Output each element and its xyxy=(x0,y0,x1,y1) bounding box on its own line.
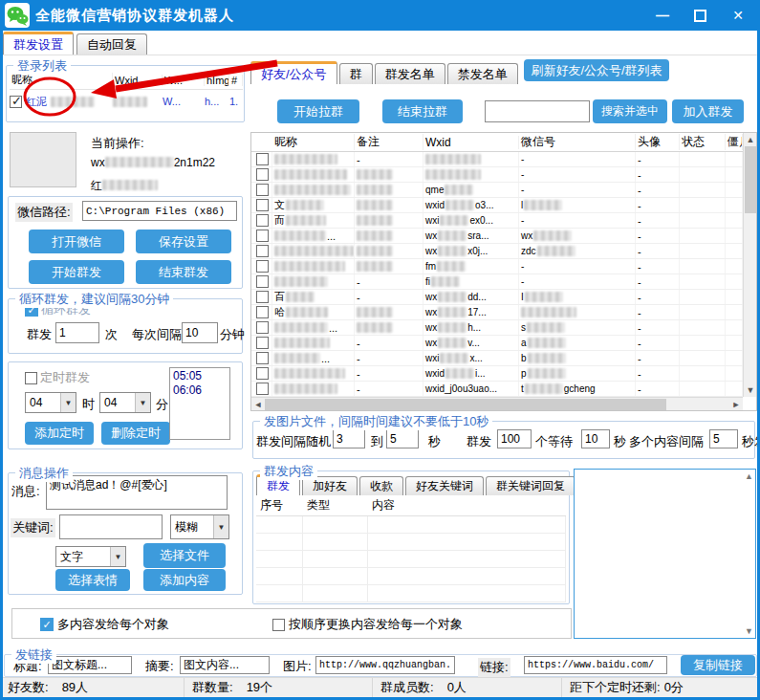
horizontal-scroll-thumb[interactable] xyxy=(265,399,666,410)
wechat-path-input[interactable]: C:\Program Files (x86) xyxy=(82,201,237,221)
refresh-lists-button[interactable]: 刷新好友/公众号/群列表 xyxy=(524,59,669,81)
friend-row-checkbox[interactable] xyxy=(256,184,269,196)
vertical-scrollbar[interactable]: ▲ ▼ xyxy=(743,133,756,397)
minimize-button[interactable]: — xyxy=(654,7,671,24)
minute-select[interactable]: 04▼ xyxy=(99,392,151,413)
preview-scroll-up-icon[interactable]: ▲ xyxy=(745,471,753,481)
close-button[interactable]: ✕ xyxy=(729,7,747,24)
friend-table-row[interactable]: fm-- xyxy=(251,259,743,274)
friend-row-checkbox[interactable] xyxy=(256,153,269,165)
friend-tab-1[interactable]: 群 xyxy=(339,63,373,84)
friend-row-checkbox[interactable] xyxy=(256,352,269,364)
friend-row-checkbox[interactable] xyxy=(256,383,269,395)
maximize-button[interactable] xyxy=(694,10,706,22)
wait-seconds-input[interactable]: 10 xyxy=(581,429,610,448)
friend-table-row[interactable]: ...wxh...s- xyxy=(251,320,743,336)
friend-table-row[interactable]: ...-wxix...b- xyxy=(251,351,743,366)
hour-select[interactable]: 04▼ xyxy=(25,392,76,413)
add-timer-button[interactable]: 添加定时 xyxy=(25,422,94,445)
message-textarea[interactable]: 测试消息ad！@#[爱心] xyxy=(46,475,228,510)
multi-content-interval-input[interactable]: 5 xyxy=(709,429,738,448)
scroll-up-icon[interactable]: ▲ xyxy=(744,133,757,146)
scroll-left-icon[interactable]: ◄ xyxy=(251,398,265,411)
keyword-input[interactable] xyxy=(59,514,163,539)
friend-table-row[interactable]: -fi-- xyxy=(251,274,743,290)
link-image-input[interactable]: http://www.qqzhuangban. xyxy=(315,656,455,674)
interval-input[interactable]: 10 xyxy=(182,322,218,343)
sequential-checkbox[interactable] xyxy=(272,619,285,631)
friend-table-row[interactable]: qme-- xyxy=(251,183,743,198)
friend-table-row[interactable]: 而wxiex0...-- xyxy=(251,213,743,229)
tab-auto-reply[interactable]: 自动回复 xyxy=(76,33,147,55)
start-pull-group-button[interactable]: 开始拉群 xyxy=(277,99,359,123)
select-file-button[interactable]: 选择文件 xyxy=(143,543,226,568)
delete-timer-button[interactable]: 删除定时 xyxy=(101,422,170,445)
friend-row-checkbox[interactable] xyxy=(256,168,269,181)
friend-table-row[interactable]: --- xyxy=(251,152,743,167)
friend-row-checkbox[interactable] xyxy=(256,214,269,227)
login-row-checkbox[interactable] xyxy=(10,96,22,108)
timer-list[interactable]: 05:0506:06 xyxy=(169,367,230,440)
friend-table-row[interactable]: 文wxido3...l- xyxy=(251,198,743,213)
content-tab-4[interactable]: 群关键词回复 xyxy=(486,476,575,495)
content-preview-box[interactable]: ▲ ▼ xyxy=(574,469,756,639)
friend-row-checkbox[interactable] xyxy=(256,291,269,303)
search-select-button[interactable]: 搜索并选中 xyxy=(593,99,667,123)
friend-table-row[interactable]: 百-wxdd...I- xyxy=(251,290,743,305)
friend-row-checkbox[interactable] xyxy=(256,367,269,380)
friend-table-row[interactable]: -wxid_j0ou3uao...tgcheng- xyxy=(251,382,743,397)
timer-list-item[interactable]: 06:06 xyxy=(173,383,227,398)
match-mode-arrow-icon[interactable]: ▼ xyxy=(213,515,228,538)
send-count-input[interactable]: 1 xyxy=(55,322,99,343)
save-settings-button[interactable]: 保存设置 xyxy=(136,230,231,253)
link-title-input[interactable]: 图文标题... xyxy=(48,656,132,674)
add-to-send-button[interactable]: 加入群发 xyxy=(672,99,744,123)
tab-mass-send-settings[interactable]: 群发设置 xyxy=(3,32,74,55)
friend-row-checkbox[interactable] xyxy=(256,260,269,273)
vertical-scroll-thumb[interactable] xyxy=(745,146,756,213)
friend-row-checkbox[interactable] xyxy=(256,321,269,334)
horizontal-scrollbar[interactable]: ◄ ► xyxy=(251,397,743,410)
friend-row-checkbox[interactable] xyxy=(256,245,269,257)
friend-row-checkbox[interactable] xyxy=(256,275,269,288)
end-pull-group-button[interactable]: 结束拉群 xyxy=(382,99,463,123)
friend-table-row[interactable]: -wxidi...p- xyxy=(251,366,743,382)
interval-min-input[interactable]: 3 xyxy=(333,429,365,448)
friend-table-row[interactable]: ...wxsra...wx- xyxy=(251,229,743,244)
start-mass-send-button[interactable]: 开始群发 xyxy=(29,260,124,284)
friend-table-row[interactable]: -- xyxy=(251,167,743,183)
login-table-row[interactable]: 红泥 W... h... 1. xyxy=(10,90,243,113)
friend-tab-2[interactable]: 群发名单 xyxy=(375,63,445,84)
timer-list-item[interactable]: 05:05 xyxy=(173,369,227,383)
friend-row-checkbox[interactable] xyxy=(256,306,269,318)
friend-row-checkbox[interactable] xyxy=(256,337,269,349)
search-input[interactable] xyxy=(485,100,590,122)
open-wechat-button[interactable]: 打开微信 xyxy=(29,230,124,253)
friend-tab-0[interactable]: 好友/公众号 xyxy=(250,61,337,84)
content-type-arrow-icon[interactable]: ▼ xyxy=(110,547,125,566)
friend-table-row[interactable]: -wxv...a- xyxy=(251,336,743,351)
preview-scroll-down-icon[interactable]: ▼ xyxy=(745,626,753,636)
match-mode-select[interactable]: 模糊▼ xyxy=(170,514,229,539)
minute-select-arrow-icon[interactable]: ▼ xyxy=(135,393,150,412)
interval-max-input[interactable]: 5 xyxy=(386,429,419,448)
copy-link-button[interactable]: 复制链接 xyxy=(681,655,755,675)
content-type-select[interactable]: 文字▼ xyxy=(55,546,126,567)
hour-select-arrow-icon[interactable]: ▼ xyxy=(60,393,76,412)
link-url-input[interactable]: https://www.baidu.com/ xyxy=(524,656,667,674)
timer-checkbox[interactable] xyxy=(25,372,37,384)
scroll-down-icon[interactable]: ▼ xyxy=(744,383,757,397)
content-tab-2[interactable]: 收款 xyxy=(359,476,403,495)
multi-content-checkbox[interactable]: ✓ xyxy=(40,618,54,631)
friend-row-checkbox[interactable] xyxy=(256,230,269,242)
friend-table-row[interactable]: wxx0j...zdc- xyxy=(251,244,743,259)
friend-table-row[interactable]: 哈wx17...- xyxy=(251,305,743,320)
stop-mass-send-button[interactable]: 结束群发 xyxy=(136,260,231,284)
scroll-right-icon[interactable]: ► xyxy=(729,398,743,411)
content-tab-3[interactable]: 好友关键词 xyxy=(405,476,484,495)
add-content-button[interactable]: 添加内容 xyxy=(143,569,226,591)
link-digest-input[interactable]: 图文内容... xyxy=(180,656,270,674)
friend-tab-3[interactable]: 禁发名单 xyxy=(447,63,518,84)
friend-row-checkbox[interactable] xyxy=(256,199,269,211)
select-emoji-button[interactable]: 选择表情 xyxy=(55,569,130,591)
